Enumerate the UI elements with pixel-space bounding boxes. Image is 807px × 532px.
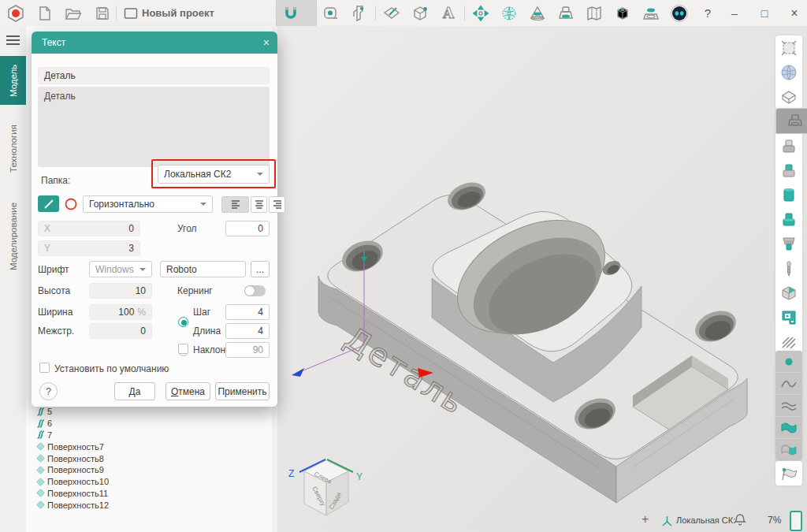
curve-button[interactable]	[775, 373, 802, 395]
draw-line-toggle-button[interactable]	[38, 195, 59, 212]
angle-field[interactable]: 0	[225, 221, 270, 236]
coordinate-system-icon[interactable]	[660, 514, 674, 527]
toolbar-separator	[116, 6, 117, 20]
help-button[interactable]: ?	[694, 0, 722, 26]
text-name-input[interactable]: Деталь	[38, 67, 270, 84]
tree-item[interactable]: Поверхность12	[35, 499, 256, 511]
battery-indicator-icon[interactable]	[790, 511, 802, 531]
slant-field[interactable]: 90	[225, 342, 270, 358]
assistant-button[interactable]	[665, 0, 694, 26]
cnc-machine-button[interactable]	[775, 305, 802, 329]
mesh-ball-button[interactable]	[775, 60, 802, 84]
menu-icon[interactable]	[6, 35, 20, 45]
surface-icon	[35, 500, 47, 510]
tree-item[interactable]: Поверхность8	[35, 452, 256, 464]
tree-item[interactable]: 5	[35, 406, 256, 418]
notifications-bell-icon[interactable]	[734, 513, 746, 526]
patch-surface-button[interactable]	[775, 35, 802, 60]
move-tool-button[interactable]	[467, 0, 495, 26]
text-content-textarea[interactable]: Деталь	[38, 87, 270, 167]
set-default-checkbox[interactable]	[39, 363, 50, 373]
circle-mode-button[interactable]	[62, 195, 79, 212]
dialog-titlebar[interactable]: Текст	[32, 32, 277, 54]
tree-item[interactable]: 7	[35, 430, 256, 441]
tab-model[interactable]: Модель	[0, 56, 26, 105]
tree-item[interactable]: Поверхность7	[35, 441, 256, 452]
dialog-help-button[interactable]: ?	[39, 382, 58, 400]
length-field[interactable]: 4	[225, 323, 270, 339]
tree-item[interactable]: Поверхность11	[35, 488, 256, 500]
lathe-part-button[interactable]	[552, 0, 580, 26]
kerning-toggle[interactable]	[244, 285, 266, 296]
part-3d[interactable]: Деталь	[292, 177, 747, 503]
x-coordinate-field[interactable]: X0	[38, 221, 140, 236]
dialog-close-icon[interactable]: ×	[263, 32, 270, 54]
cone-section-button[interactable]	[523, 0, 552, 26]
zoom-plus-button[interactable]: +	[642, 512, 649, 526]
thicken-surface-button[interactable]	[775, 84, 802, 109]
align-left-button[interactable]	[221, 196, 249, 213]
flag-point-button[interactable]	[775, 461, 802, 485]
tape-measure-button[interactable]	[317, 0, 345, 26]
maximize-button[interactable]: □	[753, 0, 776, 26]
teal-cylinder-button[interactable]	[775, 183, 802, 207]
tab-technology[interactable]: Технология	[0, 114, 26, 184]
open-folder-button[interactable]	[63, 0, 84, 26]
tab-modeling[interactable]: Моделирование	[0, 190, 26, 283]
view-cube[interactable]: Слева Сверху Сзади Z Y	[288, 459, 363, 515]
machined-part-button[interactable]	[775, 281, 802, 305]
direction-select[interactable]: Горизонтально	[83, 195, 213, 213]
caliper-button[interactable]	[345, 0, 374, 26]
point-button[interactable]	[775, 351, 802, 373]
cube-body-button[interactable]	[406, 0, 434, 26]
new-document-button[interactable]	[35, 0, 54, 26]
font-system-select[interactable]: Windows	[89, 261, 152, 277]
slant-checkbox[interactable]	[178, 344, 188, 354]
tree-item[interactable]: Поверхность10	[35, 476, 256, 488]
tree-item[interactable]: 6	[35, 418, 256, 430]
scene-3d[interactable]: Деталь Слева Сверху	[277, 26, 807, 532]
map-button[interactable]	[580, 0, 608, 26]
save-button[interactable]	[92, 0, 113, 26]
viewport-3d[interactable]: Деталь Слева Сверху	[277, 26, 807, 532]
angle-label: Угол	[177, 223, 197, 234]
waves-button[interactable]	[775, 395, 802, 417]
ok-button[interactable]: Да	[114, 382, 155, 400]
app-logo-icon[interactable]	[6, 0, 26, 26]
close-button[interactable]: ×	[783, 0, 806, 26]
surface-icon	[35, 489, 47, 498]
align-right-button[interactable]	[269, 196, 285, 213]
step-radio[interactable]	[178, 317, 188, 327]
minimize-button[interactable]: –	[723, 0, 746, 26]
blank-part-button[interactable]	[775, 108, 807, 134]
teal-stepped-part-button[interactable]	[775, 207, 802, 232]
apply-button[interactable]: Применить	[215, 382, 270, 400]
scale-plate-button[interactable]	[637, 0, 665, 26]
surface-teal-button[interactable]	[775, 417, 802, 439]
folder-select[interactable]: Локальная СК2	[158, 165, 270, 184]
y-coordinate-field[interactable]: Y3	[38, 240, 140, 256]
cancel-button[interactable]: Отмена	[165, 382, 210, 400]
font-browse-button[interactable]: ...	[251, 261, 270, 277]
sketch-button[interactable]	[377, 0, 406, 26]
zoom-level[interactable]: 7%	[768, 515, 781, 526]
surface-split-button[interactable]	[775, 439, 802, 460]
stock-teal-top-button[interactable]	[775, 158, 802, 183]
right-toolbar-group-top	[775, 35, 802, 109]
active-cs-label[interactable]: Локальная СК:	[676, 515, 735, 525]
drill-bit-button[interactable]	[775, 256, 802, 281]
step-field[interactable]: 4	[225, 304, 270, 320]
font-name-input[interactable]: Roboto	[160, 261, 246, 277]
line-spacing-field[interactable]: 0	[89, 323, 152, 339]
height-field[interactable]: 10	[89, 283, 152, 299]
box-3d-button[interactable]	[608, 0, 637, 26]
magnet-tool-button[interactable]	[276, 0, 317, 27]
stock-cylinder-button[interactable]	[775, 134, 802, 158]
spline-icon	[35, 430, 47, 440]
tool-holder-button[interactable]	[775, 232, 802, 256]
align-center-button[interactable]	[251, 196, 267, 213]
width-field[interactable]: 100%	[89, 304, 152, 320]
mesh-sphere-button[interactable]	[495, 0, 523, 26]
text-tool-button[interactable]: A	[434, 0, 463, 26]
tree-item[interactable]: Поверхность9	[35, 464, 256, 476]
